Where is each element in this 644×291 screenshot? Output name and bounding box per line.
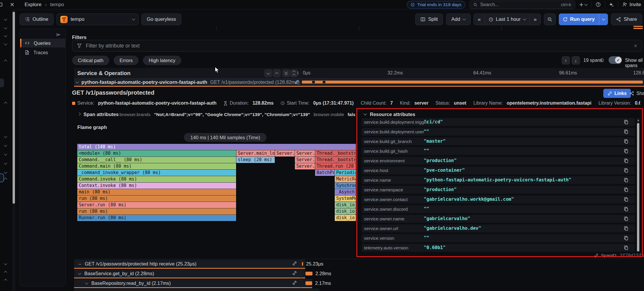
copy-icon[interactable] xyxy=(624,149,628,154)
search-input[interactable]: Search... ctrl+k xyxy=(469,1,575,9)
close-icon[interactable] xyxy=(10,3,14,6)
flame-segment[interactable]: Synchrono xyxy=(335,183,356,189)
run-query-caret[interactable] xyxy=(599,13,608,25)
flame-segment[interactable]: run (80 ms) xyxy=(77,195,236,202)
nav-chevron-icon[interactable] xyxy=(4,100,7,106)
span-share-button[interactable]: Share xyxy=(630,89,644,98)
go-queryless-button[interactable]: Go queryless xyxy=(141,13,181,25)
column-divider[interactable] xyxy=(301,259,301,291)
copy-icon[interactable] xyxy=(624,226,628,231)
span-list-row[interactable] xyxy=(74,289,319,291)
info-icon[interactable] xyxy=(600,58,604,62)
next-span-button[interactable]: ↓ xyxy=(572,56,580,64)
copy-icon[interactable] xyxy=(624,216,628,221)
flame-segment[interactable]: Thread.run (20 ms) xyxy=(315,163,356,169)
collapsed-icon[interactable]: – xyxy=(78,261,81,267)
nav-chevron-icon[interactable] xyxy=(4,160,7,166)
flame-segment[interactable]: Command.__call__ (80 ms) xyxy=(77,157,236,163)
nav-chevron-icon[interactable] xyxy=(4,142,7,148)
flame-segment[interactable]: MetricRea xyxy=(335,176,356,182)
flame-segment[interactable]: Server.run (80 ms) xyxy=(77,202,236,208)
span-duration-bar[interactable] xyxy=(302,262,303,266)
link-icon[interactable] xyxy=(594,253,599,258)
nav-item-active-fragment[interactable] xyxy=(0,173,4,182)
ai-sparkle-icon[interactable] xyxy=(609,2,614,7)
copy-icon[interactable] xyxy=(624,236,628,241)
split-button[interactable]: Split xyxy=(415,13,443,25)
flame-segment[interactable]: main (80 ms) xyxy=(77,189,236,195)
nav-chevron-icon[interactable] xyxy=(4,176,7,182)
span-link-icon[interactable] xyxy=(292,261,297,266)
collapse-chevron-icon[interactable] xyxy=(76,80,79,83)
expand-one-button[interactable] xyxy=(273,69,281,77)
flame-segment[interactable]: BatchProc xyxy=(315,170,334,176)
clear-filter-icon[interactable]: × xyxy=(634,42,637,49)
flame-segment[interactable]: PeriodicE xyxy=(335,170,356,176)
column-resize-handle[interactable]: ‖ xyxy=(297,71,299,76)
flame-segment[interactable]: _command_invoke_wrapper (80 ms) xyxy=(77,170,236,176)
nav-chevron-icon[interactable] xyxy=(4,40,7,46)
nav-item-fragment[interactable] xyxy=(0,79,4,87)
links-button[interactable]: Links xyxy=(603,89,631,98)
span-duration-bar[interactable] xyxy=(305,272,312,275)
flame-segment[interactable]: Runner.run (80 ms) xyxy=(77,215,236,221)
flame-segment[interactable]: disk_io_c xyxy=(335,202,356,208)
collapse-chevron-icon[interactable] xyxy=(85,281,88,284)
breadcrumb-tempo[interactable]: tempo xyxy=(50,2,64,8)
show-all-spans-toggle[interactable]: ✓ xyxy=(609,56,622,64)
sidebar-item-traces[interactable]: Traces xyxy=(20,48,65,57)
flame-segment[interactable]: Context.invoke (80 ms) xyxy=(77,183,236,189)
prev-span-button[interactable]: ↑ xyxy=(562,56,570,64)
flame-segment[interactable]: _Asynchro xyxy=(335,189,356,195)
help-icon[interactable] xyxy=(596,2,601,7)
flame-segment[interactable]: disk_io_c xyxy=(335,215,356,221)
root-span-bar[interactable] xyxy=(302,81,643,84)
filter-pill[interactable]: Errors xyxy=(114,56,139,65)
add-button[interactable]: Add xyxy=(446,13,471,25)
nav-chevron-icon[interactable] xyxy=(4,32,7,38)
span-list-row[interactable]: BaseService.get_by_id (2.28ms) xyxy=(74,269,305,278)
time-range-picker[interactable]: Last 1 hour xyxy=(485,14,529,25)
flame-segment[interactable]: SystemMet xyxy=(335,195,356,202)
span-duration-bar[interactable] xyxy=(305,281,312,285)
flame-segment[interactable]: run (80 ms) xyxy=(77,208,236,215)
copy-icon[interactable] xyxy=(624,120,628,125)
scroll-up-arrow[interactable]: ▲ xyxy=(637,119,640,122)
filter-pill[interactable]: High latency xyxy=(143,56,181,65)
copy-icon[interactable] xyxy=(624,178,628,183)
span-attributes-row[interactable]: Span attributes browser.brands"Not;A=Bra… xyxy=(74,110,357,119)
time-shift-forward-button[interactable]: » xyxy=(529,14,541,25)
run-query-main[interactable]: Run query xyxy=(559,13,599,25)
nav-chevron-icon[interactable] xyxy=(4,16,7,22)
span-list-row[interactable]: BaseRepository.read_by_id (2.17ms) xyxy=(74,279,312,288)
flame-segment[interactable]: sleep (20 ms) xyxy=(236,157,275,163)
trial-badge[interactable]: Trial ends in 318 days xyxy=(407,1,465,8)
nav-chevron-icon[interactable] xyxy=(4,24,7,30)
attributes-scrollbar-thumb[interactable] xyxy=(637,123,639,251)
flame-segment[interactable]: Server.or xyxy=(275,150,295,156)
span-link-icon[interactable] xyxy=(292,280,297,285)
copy-icon[interactable] xyxy=(624,158,628,163)
time-shift-back-button[interactable]: « xyxy=(474,14,485,25)
span-link-icon[interactable] xyxy=(292,271,297,275)
span-list-row[interactable]: –GET /v1/passwords/protected http receiv… xyxy=(74,260,305,269)
flame-segment[interactable]: Server.main_loop ( xyxy=(236,150,275,156)
flame-segment[interactable]: Command.invoke (80 ms) xyxy=(77,176,236,182)
flame-segment[interactable]: Thread._bootstrap_ xyxy=(315,157,356,163)
flame-segment[interactable]: Thread._bootstrap xyxy=(315,150,356,156)
invite-button[interactable]: Invite xyxy=(622,2,641,7)
nav-chevron-icon[interactable] xyxy=(4,58,7,64)
datasource-picker[interactable]: tempo xyxy=(57,13,139,25)
zoom-out-button[interactable] xyxy=(544,13,556,25)
sidebar-item-queries[interactable]: Queries xyxy=(20,39,65,47)
span-link-icon[interactable] xyxy=(294,80,299,84)
nav-chevron-icon[interactable] xyxy=(4,260,7,266)
main-scrollbar-thumb[interactable] xyxy=(13,12,15,204)
outline-button[interactable]: Outline xyxy=(20,13,54,25)
breadcrumb-explore[interactable]: Explore xyxy=(25,2,42,8)
flame-segment[interactable]: Server.ma xyxy=(295,163,315,169)
flame-segment[interactable]: Command.main (80 ms) xyxy=(77,163,236,169)
flame-graph[interactable]: total (140 ms)<module> (80 ms)Server.mai… xyxy=(77,144,356,221)
copy-icon[interactable] xyxy=(624,129,628,134)
share-button[interactable]: Share xyxy=(611,13,642,25)
